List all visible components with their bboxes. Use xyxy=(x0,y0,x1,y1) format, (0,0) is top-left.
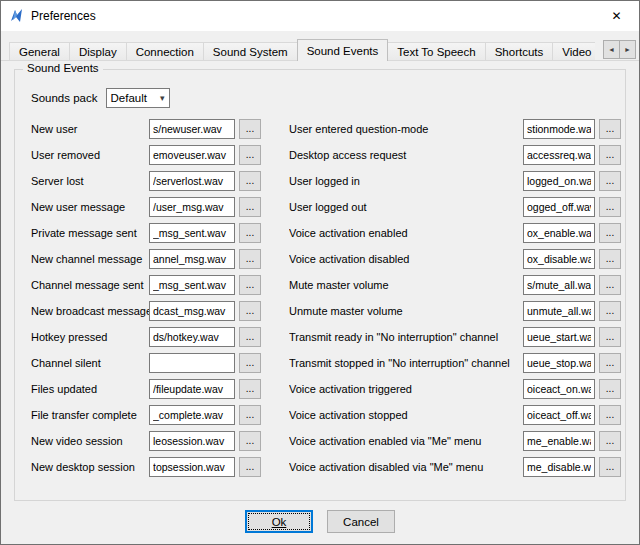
title-bar: Preferences ✕ xyxy=(1,1,639,31)
sound-file-path-input[interactable] xyxy=(149,431,235,451)
sound-file-path-input[interactable] xyxy=(149,171,235,191)
tab-video[interactable]: Video xyxy=(552,42,595,61)
browse-button[interactable]: ... xyxy=(599,457,621,477)
browse-button[interactable]: ... xyxy=(239,197,261,217)
sound-event-label: Voice activation disabled xyxy=(289,253,523,265)
browse-button[interactable]: ... xyxy=(599,431,621,451)
tab-general[interactable]: General xyxy=(9,42,70,61)
sound-file-path-input[interactable] xyxy=(523,301,595,321)
tab-display[interactable]: Display xyxy=(69,42,127,61)
browse-button[interactable]: ... xyxy=(599,171,621,191)
sound-event-row: Voice activation enabled via "Me" menu..… xyxy=(289,428,629,454)
sound-file-path-input[interactable] xyxy=(149,379,235,399)
browse-button[interactable]: ... xyxy=(599,327,621,347)
browse-button[interactable]: ... xyxy=(239,353,261,373)
sound-event-row: Desktop access request... xyxy=(289,142,629,168)
sound-event-row: New video session... xyxy=(31,428,277,454)
browse-button[interactable]: ... xyxy=(599,353,621,373)
sound-file-path-input[interactable] xyxy=(149,327,235,347)
browse-button[interactable]: ... xyxy=(599,145,621,165)
tab-scroll-control: ◄ ► xyxy=(604,40,636,59)
sound-file-path-input[interactable] xyxy=(523,223,595,243)
sound-file-path-input[interactable] xyxy=(149,275,235,295)
sound-event-row: Voice activation enabled... xyxy=(289,220,629,246)
browse-button[interactable]: ... xyxy=(599,405,621,425)
sound-file-path-input[interactable] xyxy=(149,119,235,139)
sound-file-path-input[interactable] xyxy=(523,457,595,477)
browse-button[interactable]: ... xyxy=(239,379,261,399)
sound-file-path-input[interactable] xyxy=(149,353,235,373)
browse-button[interactable]: ... xyxy=(239,431,261,451)
sound-file-path-input[interactable] xyxy=(523,431,595,451)
chevron-right-icon: ► xyxy=(624,46,631,53)
sound-file-path-input[interactable] xyxy=(149,301,235,321)
sound-event-row: Channel message sent... xyxy=(31,272,277,298)
sound-event-row: Server lost... xyxy=(31,168,277,194)
sound-event-row: User removed... xyxy=(31,142,277,168)
sound-file-path-input[interactable] xyxy=(149,405,235,425)
sound-events-column-left: New user...User removed...Server lost...… xyxy=(31,116,277,480)
tab-bar: GeneralDisplayConnectionSound SystemSoun… xyxy=(1,31,639,61)
sound-event-row: New channel message... xyxy=(31,246,277,272)
browse-button[interactable]: ... xyxy=(599,223,621,243)
tab-sound-system[interactable]: Sound System xyxy=(203,42,298,61)
sound-file-path-input[interactable] xyxy=(149,249,235,269)
sound-file-path-input[interactable] xyxy=(523,171,595,191)
browse-button[interactable]: ... xyxy=(599,119,621,139)
sound-event-label: Transmit ready in "No interruption" chan… xyxy=(289,331,523,343)
sound-file-path-input[interactable] xyxy=(523,249,595,269)
browse-button[interactable]: ... xyxy=(239,223,261,243)
browse-button[interactable]: ... xyxy=(239,145,261,165)
ok-button[interactable]: Ok xyxy=(245,510,313,533)
browse-button[interactable]: ... xyxy=(239,119,261,139)
browse-button[interactable]: ... xyxy=(599,301,621,321)
browse-button[interactable]: ... xyxy=(239,171,261,191)
sound-file-path-input[interactable] xyxy=(523,145,595,165)
sound-file-path-input[interactable] xyxy=(523,405,595,425)
browse-button[interactable]: ... xyxy=(599,197,621,217)
sound-file-path-input[interactable] xyxy=(523,275,595,295)
sounds-pack-select[interactable]: Default ▾ xyxy=(106,88,170,108)
sound-file-path-input[interactable] xyxy=(149,223,235,243)
browse-button[interactable]: ... xyxy=(599,275,621,295)
tab-text-to-speech[interactable]: Text To Speech xyxy=(387,42,485,61)
browse-button[interactable]: ... xyxy=(599,379,621,399)
browse-button[interactable]: ... xyxy=(239,275,261,295)
sound-file-path-input[interactable] xyxy=(523,379,595,399)
sound-file-path-input[interactable] xyxy=(523,353,595,373)
sound-event-row: New user message... xyxy=(31,194,277,220)
sound-event-label: New user message xyxy=(31,201,149,213)
tab-connection[interactable]: Connection xyxy=(126,42,204,61)
sound-file-path-input[interactable] xyxy=(149,457,235,477)
chevron-left-icon: ◄ xyxy=(608,46,615,53)
sound-file-path-input[interactable] xyxy=(149,197,235,217)
sound-event-row: Transmit stopped in "No interruption" ch… xyxy=(289,350,629,376)
browse-button[interactable]: ... xyxy=(599,249,621,269)
sound-event-label: Hotkey pressed xyxy=(31,331,149,343)
cancel-button[interactable]: Cancel xyxy=(327,510,395,533)
sound-file-path-input[interactable] xyxy=(523,327,595,347)
sound-event-label: User logged out xyxy=(289,201,523,213)
close-button[interactable]: ✕ xyxy=(594,1,639,31)
sound-event-label: New user xyxy=(31,123,149,135)
browse-button[interactable]: ... xyxy=(239,457,261,477)
browse-button[interactable]: ... xyxy=(239,327,261,347)
browse-button[interactable]: ... xyxy=(239,301,261,321)
browse-button[interactable]: ... xyxy=(239,405,261,425)
tab-scroll-left-button[interactable]: ◄ xyxy=(603,40,620,59)
chevron-down-icon: ▾ xyxy=(160,93,169,103)
ok-button-label: Ok xyxy=(272,516,287,528)
tab-shortcuts[interactable]: Shortcuts xyxy=(485,42,554,61)
sound-event-label: Channel silent xyxy=(31,357,149,369)
browse-button[interactable]: ... xyxy=(239,249,261,269)
sound-file-path-input[interactable] xyxy=(149,145,235,165)
sound-event-label: Mute master volume xyxy=(289,279,523,291)
sound-file-path-input[interactable] xyxy=(523,119,595,139)
sound-event-label: User removed xyxy=(31,149,149,161)
tab-scroll-right-button[interactable]: ► xyxy=(619,40,636,59)
sound-event-label: New desktop session xyxy=(31,461,149,473)
sound-file-path-input[interactable] xyxy=(523,197,595,217)
sound-event-label: Desktop access request xyxy=(289,149,523,161)
tab-sound-events[interactable]: Sound Events xyxy=(297,39,389,61)
sound-event-row: Transmit ready in "No interruption" chan… xyxy=(289,324,629,350)
